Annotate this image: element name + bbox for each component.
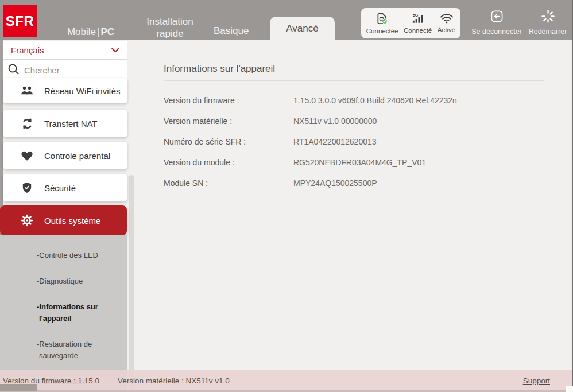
submenu-item-diagnostique[interactable]: -Diagnostique — [37, 275, 109, 287]
info-label: Module SN : — [164, 179, 293, 188]
sidebar-item-label: Transfert NAT — [44, 119, 98, 129]
scrollbar-corner — [566, 386, 573, 392]
horizontal-scrollbar-thumb[interactable] — [0, 384, 37, 391]
sidebar: Français Rés — [0, 40, 127, 392]
restart-icon — [541, 9, 555, 26]
gear-icon — [20, 214, 34, 227]
search-bar — [3, 60, 127, 80]
device-toggle-pc-label: PC — [100, 26, 114, 37]
sfr-logo: SFR — [3, 5, 37, 37]
search-icon — [7, 63, 20, 77]
network-status-label: Connecté — [404, 27, 432, 34]
device-toggle-mobile-pc[interactable]: Mobile|PC — [62, 26, 119, 38]
logout-label: Se déconnecter — [471, 28, 522, 36]
sidebar-scrollbar[interactable] — [129, 175, 134, 390]
wifi-status-label: Activé — [438, 26, 455, 33]
sim-status-label: Connectée — [366, 28, 398, 34]
sidebar-item-label: Réseau WiFi invités — [44, 86, 121, 96]
network-status: 5G Connecté — [404, 13, 432, 34]
sidebar-item-transfert-nat[interactable]: Transfert NAT — [3, 110, 127, 137]
search-input[interactable] — [24, 65, 138, 75]
info-value: RG520NEBDFR03A04M4G_TP_V01 — [293, 158, 426, 167]
sidebar-item-outils-systeme[interactable]: Outils système — [0, 205, 127, 235]
sidebar-item-label: Controle parental — [44, 151, 110, 161]
sidebar-item-securite[interactable]: Sécurité — [3, 174, 127, 201]
sim-status: Connectée — [366, 13, 398, 34]
info-label: Version matérielle : — [164, 117, 293, 126]
info-row-module-version: Version du module : RG520NEBDFR03A04M4G_… — [164, 158, 544, 167]
logout-button[interactable]: Se déconnecter — [468, 9, 525, 36]
tab-basique[interactable]: Basique — [214, 25, 249, 37]
main-content: Informations sur l'appareil Version du f… — [127, 40, 573, 392]
tab-installation-rapide[interactable]: Installation rapide — [138, 15, 202, 40]
shield-icon — [20, 182, 34, 193]
sidebar-item-label: Sécurité — [44, 183, 76, 193]
sim-icon — [376, 13, 388, 27]
device-toggle-separator: | — [96, 26, 100, 37]
submenu-item-informations-sur-appareil[interactable]: -Informations sur l'appareil — [37, 301, 109, 324]
info-row-firmware: Version du firmware : 1.15.0 3.0.0 v609f… — [164, 96, 544, 105]
footer-hardware-version: Version matérielle : NX511v v1.0 — [118, 377, 230, 385]
signal-5g-icon: 5G — [411, 13, 424, 26]
header: SFR Mobile|PC Installation rapide Basiqu… — [0, 0, 573, 40]
info-label: Numéro de série SFR : — [164, 138, 293, 146]
svg-text:5G: 5G — [413, 13, 419, 18]
footer: Version du firmware : 1.15.0 Version mat… — [0, 370, 573, 392]
tab-avance[interactable]: Avancé — [270, 17, 335, 40]
chevron-down-icon — [111, 48, 119, 53]
device-info-list: Version du firmware : 1.15.0 3.0.0 v609f… — [164, 96, 544, 188]
info-value: NX511v v1.0 00000000 — [293, 117, 377, 126]
title-divider — [164, 80, 544, 81]
language-selected-value: Français — [11, 45, 44, 55]
wifi-status: Activé — [438, 13, 455, 33]
submenu-item-controle-des-led[interactable]: -Contrôle des LED — [37, 250, 109, 261]
info-row-serial: Numéro de série SFR : RT1A04220012620013 — [164, 138, 544, 146]
sidebar-item-controle-parental[interactable]: Controle parental — [3, 142, 127, 169]
sidebar-item-reseau-wifi-invites[interactable]: Réseau WiFi invités — [3, 78, 127, 103]
info-label: Version du firmware : — [164, 96, 293, 105]
device-toggle-mobile-label: Mobile — [67, 26, 96, 37]
page-title: Informations sur l'appareil — [164, 63, 544, 75]
heart-icon — [20, 150, 34, 161]
submenu-item-restauration-de-sauvegarde[interactable]: -Restauration de sauvegarde — [37, 339, 109, 362]
restart-button[interactable]: Redémarrer — [522, 9, 573, 36]
router-admin-page: SFR Mobile|PC Installation rapide Basiqu… — [0, 0, 573, 392]
info-row-hardware: Version matérielle : NX511v v1.0 0000000… — [164, 117, 544, 126]
nat-sync-icon — [20, 118, 34, 130]
info-value: RT1A04220012620013 — [293, 138, 377, 146]
logout-icon — [490, 9, 504, 26]
info-label: Version du module : — [164, 158, 293, 167]
guests-icon — [20, 86, 34, 96]
wifi-icon — [440, 13, 454, 26]
restart-label: Redémarrer — [529, 28, 567, 36]
support-link[interactable]: Support — [523, 377, 550, 385]
connection-status-pill: Connectée 5G Connecté — [361, 8, 460, 38]
language-selector[interactable]: Français — [3, 41, 127, 60]
sidebar-item-label: Outils système — [44, 216, 100, 226]
info-value: 1.15.0 3.0.0 v609f.0 Build 240620 Rel.42… — [293, 96, 457, 105]
info-row-module-sn: Module SN : MPY24AQ150025500P — [164, 179, 544, 188]
info-value: MPY24AQ150025500P — [293, 179, 377, 188]
